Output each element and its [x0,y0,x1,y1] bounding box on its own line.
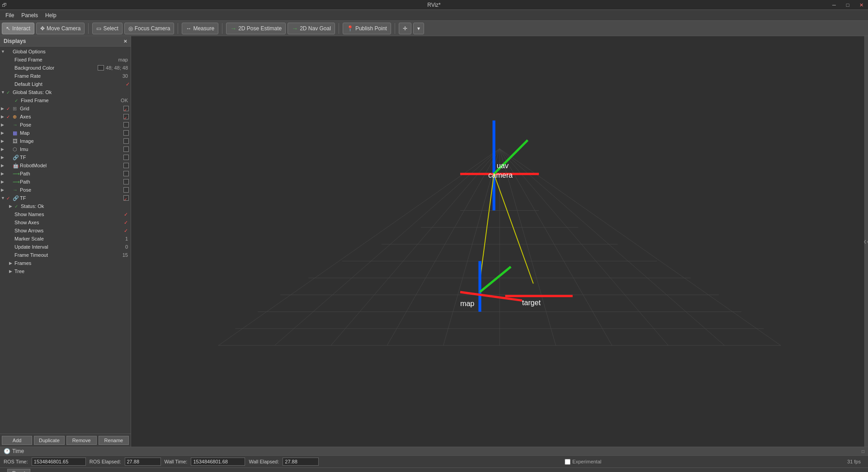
2d-pose-button[interactable]: → 2D Pose Estimate [226,23,286,34]
item-label: Global Options [13,49,130,54]
checkbox-path2[interactable] [123,179,129,184]
map-icon: ▦ [13,130,20,136]
item-label: Map [20,130,123,136]
checkbox-path1[interactable] [123,171,129,176]
add-button[interactable]: Add [2,436,32,445]
tree-item-frame-rate[interactable]: Frame Rate 30 [0,72,131,80]
publish-point-button[interactable]: 📍 Publish Point [343,23,391,34]
wall-time-input[interactable] [191,458,245,466]
checkbox-show-names[interactable]: ✓ [124,212,128,217]
duplicate-button[interactable]: Duplicate [34,436,64,445]
measure-button[interactable]: ↔ Measure [182,23,218,34]
extra-button-1[interactable]: ✛ [399,23,411,34]
checkbox-pose1[interactable] [123,122,129,127]
color-swatch [98,65,104,71]
checkbox-image[interactable] [123,138,129,144]
wall-elapsed-input[interactable] [283,458,319,466]
tree-item-show-arrows[interactable]: Show Arrows ✓ [0,227,131,235]
tree-item-image[interactable]: ▶ 🖼 Image [0,137,131,145]
item-label: Path [20,179,123,184]
minimize-button[interactable]: ─ [827,0,841,10]
checkbox-map[interactable] [123,130,129,136]
pose-icon: → [13,122,20,127]
checkbox-default-light: ✓ [126,81,130,87]
tree-item-default-light[interactable]: Default Light ✓ [0,80,131,88]
tree-item-tf-unchecked[interactable]: ▶ 🔗 TF [0,153,131,161]
expand-arrow: ▶ [1,163,6,168]
tree-item-axes[interactable]: ▶ ✓ ⊕ Axes ✓ [0,113,131,121]
tree-item-robotmodel[interactable]: ▶ 🤖 RobotModel [0,161,131,170]
checkbox-grid[interactable]: ✓ [123,106,129,111]
checkbox-show-axes[interactable]: ✓ [124,220,128,226]
tree-item-tf-expanded[interactable]: ▼ ✓ 🔗 TF ✓ [0,194,131,202]
right-panel-handle[interactable]: ❮ [864,36,868,447]
tree-item-path1[interactable]: ▶ ⟿ Path [0,170,131,178]
tree-item-update-interval[interactable]: Update Interval 0 [0,243,131,251]
maximize-button[interactable]: □ [841,0,854,10]
menu-panels[interactable]: Panels [18,11,42,19]
tree-item-frames[interactable]: ▶ Frames [0,259,131,267]
move-camera-button[interactable]: ✥ Move Camera [36,23,85,34]
tree-item-frame-timeout[interactable]: Frame Timeout 15 [0,251,131,259]
reset-button[interactable]: Reset [7,469,30,472]
remove-button[interactable]: Remove [66,436,97,445]
image-icon: 🖼 [13,138,20,144]
checkbox-tf-expanded[interactable]: ✓ [123,195,129,201]
window-title: RViz* [427,2,441,8]
checkbox-imu[interactable] [123,146,129,152]
2d-nav-icon: → [292,25,298,32]
expand-arrow: ▶ [9,204,14,208]
tree-item-pose2[interactable]: ▶ → Pose [0,186,131,194]
item-label: Frame Rate [14,73,123,79]
checkbox-tf[interactable] [123,155,129,160]
item-label: Image [20,138,123,144]
expand-arrow: ▶ [1,188,6,192]
tree-item-imu[interactable]: ▶ ⬡ Imu [0,145,131,153]
displays-close-icon[interactable]: ✕ [123,39,127,44]
close-button[interactable]: ✕ [854,0,868,10]
item-value: OK [121,98,128,103]
tree-item-show-names[interactable]: Show Names ✓ [0,210,131,218]
tree-item-fixed-frame[interactable]: Fixed Frame map [0,56,131,64]
tf-expanded-icon: 🔗 [13,195,20,201]
tree-item-pose1[interactable]: ▶ → Pose [0,121,131,129]
item-label: Grid [20,106,123,111]
displays-content[interactable]: ▼ Global Options Fixed Frame map Backgro… [0,47,131,434]
focus-camera-button[interactable]: ◎ Focus Camera [124,23,175,34]
tf-icon: 🔗 [13,155,20,160]
experimental-checkbox[interactable] [565,459,571,465]
tree-item-grid[interactable]: ▶ ✓ ⊞ Grid ✓ [0,104,131,113]
checkbox-show-arrows[interactable]: ✓ [124,228,128,234]
interact-button[interactable]: ↖ Interact [2,23,34,34]
ros-time-input[interactable] [32,458,86,466]
tree-item-tree[interactable]: ▶ Tree [0,267,131,275]
ros-elapsed-input[interactable] [125,458,161,466]
panel-buttons: Add Duplicate Remove Rename [0,434,131,447]
viewport[interactable]: uav camera map target ❮ [131,36,868,447]
rename-button[interactable]: Rename [99,436,129,445]
tree-item-map[interactable]: ▶ ▦ Map [0,129,131,137]
publish-point-icon: 📍 [347,25,354,32]
tree-item-marker-scale[interactable]: Marker Scale 1 [0,235,131,243]
extra-button-2[interactable]: ▾ [413,23,424,34]
tree-item-path2[interactable]: ▶ ⟿ Path [0,178,131,186]
time-row: ROS Time: ROS Elapsed: Wall Time: Wall E… [0,456,868,467]
tree-item-background-color[interactable]: Background Color 48; 48; 48 [0,64,131,72]
2d-nav-button[interactable]: → 2D Nav Goal [288,23,335,34]
tree-item-show-axes[interactable]: Show Axes ✓ [0,218,131,227]
checkbox-robotmodel[interactable] [123,163,129,168]
tree-item-global-options[interactable]: ▼ Global Options [0,47,131,56]
tree-item-fixed-frame-ok[interactable]: ✓ Fixed Frame OK [0,96,131,104]
checkbox-axes[interactable]: ✓ [123,114,129,119]
item-label: Global Status: Ok [13,90,130,95]
time-expand-icon[interactable]: □ [862,449,864,454]
tree-item-tf-status[interactable]: ▶ ✓ Status: Ok [0,202,131,210]
tree-item-global-status[interactable]: ▼ ✓ Global Status: Ok [0,88,131,96]
checkbox-pose2[interactable] [123,187,129,193]
menu-help[interactable]: Help [42,11,60,19]
item-label: Marker Scale [14,236,125,241]
menu-file[interactable]: File [2,11,18,19]
select-button[interactable]: ▭ Select [92,23,122,34]
2d-pose-icon: → [230,25,236,32]
2d-nav-label: 2D Nav Goal [300,25,331,32]
